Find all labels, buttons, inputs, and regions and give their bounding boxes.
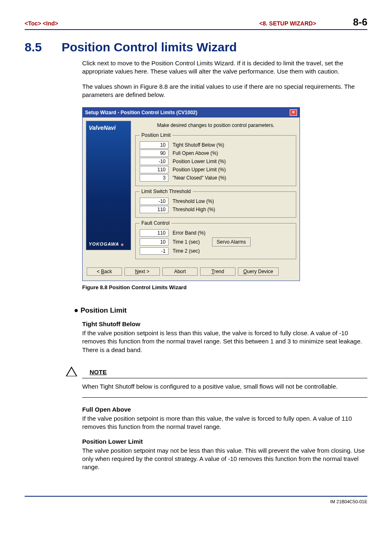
fault-control-group: Fault Control Error Band (%) Time 1 (sec… — [135, 220, 296, 259]
tight-shutoff-heading: Tight Shutoff Below — [82, 320, 367, 327]
intro-paragraph-1: Click next to move to the Position Contr… — [82, 59, 367, 76]
section-heading-text: Position Control limits Wizard — [62, 40, 237, 54]
figure-caption: Figure 8.8 Position Control Limits Wizar… — [82, 284, 367, 290]
full-open-text: If the valve position setpoint is more t… — [82, 415, 367, 431]
dialog-instruction: Make desired changes to position control… — [135, 122, 296, 128]
time1-input[interactable] — [140, 238, 168, 246]
lower-limit-heading: Position Lower Limit — [82, 438, 367, 445]
time2-label: Time 2 (sec) — [173, 248, 200, 254]
error-band-input[interactable] — [140, 229, 168, 237]
position-limit-group: Position Limit Tight Shutoff Below (%) F… — [135, 132, 296, 186]
footer-docid: IM 21B04C50-01E — [25, 496, 367, 504]
position-limit-legend: Position Limit — [140, 132, 172, 138]
limit-switch-group: Limit Switch Threshold Threshold Low (%)… — [135, 189, 296, 218]
dialog-title: Setup Wizard - Position Control Limits (… — [85, 110, 197, 115]
note-rule-top — [82, 378, 367, 378]
dialog-titlebar: Setup Wizard - Position Control Limits (… — [83, 108, 300, 117]
position-lower-input[interactable] — [140, 158, 168, 165]
note-rule-bottom — [82, 397, 367, 398]
brand-valvenavi: ValveNavi — [89, 124, 128, 131]
position-limit-heading: Position Limit — [74, 306, 367, 315]
near-closed-label: "Near Closed" Value (%) — [173, 175, 226, 181]
dialog-sidebar-graphic: ValveNavi YOKOGAWA — [86, 121, 131, 250]
abort-button[interactable]: Abort — [162, 267, 198, 276]
limit-switch-legend: Limit Switch Threshold — [140, 189, 193, 194]
page-number: 8-6 — [353, 16, 367, 28]
tight-shutoff-label: Tight Shutoff Below (%) — [173, 142, 224, 148]
lower-limit-text: The valve position setpoint may not be l… — [82, 447, 367, 472]
threshold-low-label: Threshold Low (%) — [173, 198, 214, 204]
servo-alarms-button[interactable]: Servo Alarms — [212, 237, 250, 246]
page-header: <Toc> <Ind> <8. SETUP WIZARD> 8-6 — [25, 16, 367, 30]
query-device-button[interactable]: Query Device — [238, 267, 279, 276]
note-icon — [66, 366, 77, 378]
section-number: 8.5 — [25, 40, 62, 54]
note-label: NOTE — [90, 368, 107, 375]
header-section: <8. SETUP WIZARD> — [259, 20, 316, 27]
intro-paragraph-2: The values shown in Figure 8.8 are the i… — [82, 83, 367, 99]
error-band-label: Error Band (%) — [173, 230, 205, 236]
threshold-low-input[interactable] — [140, 198, 168, 205]
header-toc-ind[interactable]: <Toc> <Ind> — [25, 20, 58, 27]
full-open-input[interactable] — [140, 150, 168, 157]
time1-label: Time 1 (sec) — [173, 239, 200, 245]
close-icon[interactable]: × — [290, 109, 297, 116]
tight-shutoff-text: If the valve position setpoint is less t… — [82, 329, 367, 354]
position-upper-input[interactable] — [140, 166, 168, 173]
section-title: 8.5Position Control limits Wizard — [25, 40, 367, 54]
next-button[interactable]: Next > — [125, 267, 160, 276]
full-open-label: Full Open Above (%) — [173, 150, 218, 156]
threshold-high-label: Threshold High (%) — [173, 207, 215, 212]
full-open-heading: Full Open Above — [82, 406, 367, 413]
brand-yokogawa: YOKOGAWA — [89, 242, 128, 246]
trend-button[interactable]: Trend — [200, 267, 235, 276]
time2-input[interactable] — [140, 247, 168, 255]
tight-shutoff-input[interactable] — [140, 141, 168, 149]
setup-wizard-dialog: Setup Wizard - Position Control Limits (… — [82, 107, 300, 281]
back-button[interactable]: < Back — [87, 267, 122, 276]
note-text: When Tight Shutoff below is configured t… — [82, 382, 367, 391]
fault-control-legend: Fault Control — [140, 220, 171, 226]
near-closed-input[interactable] — [140, 174, 168, 182]
position-upper-label: Position Upper Limit (%) — [173, 167, 226, 173]
threshold-high-input[interactable] — [140, 206, 168, 213]
position-lower-label: Position Lower Limit (%) — [173, 159, 226, 164]
